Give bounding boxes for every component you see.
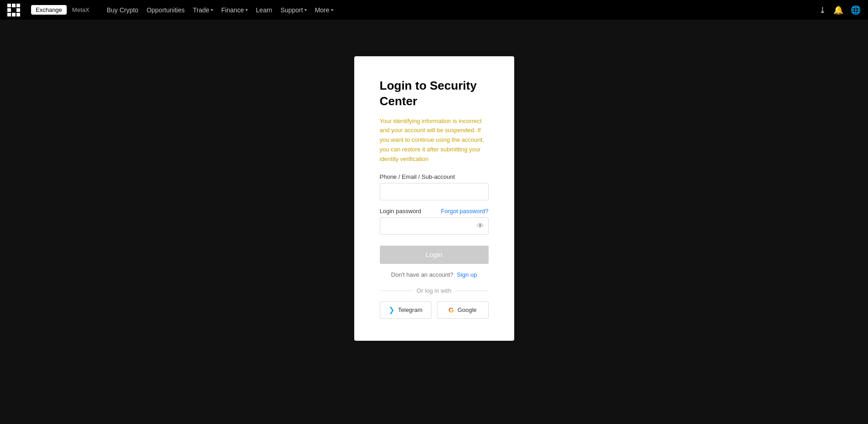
trade-chevron: ▾ <box>211 7 213 12</box>
svg-rect-7 <box>16 13 20 16</box>
login-title: Login to Security Center <box>380 78 489 109</box>
warning-message: Your identifying information is incorrec… <box>380 117 489 164</box>
svg-rect-4 <box>16 8 20 12</box>
login-button[interactable]: Login <box>380 246 489 264</box>
support-chevron: ▾ <box>304 7 307 12</box>
tab-exchange[interactable]: Exchange <box>31 5 67 15</box>
password-label-row: Login password Forgot password? <box>380 208 489 215</box>
nav-trade[interactable]: Trade ▾ <box>193 6 213 14</box>
main-content: Login to Security Center Your identifyin… <box>0 20 868 377</box>
telegram-icon: ❯ <box>389 306 394 314</box>
more-chevron: ▾ <box>331 7 333 12</box>
toggle-password-icon[interactable]: 👁 <box>477 222 484 230</box>
svg-rect-3 <box>7 8 11 12</box>
svg-rect-0 <box>7 4 11 7</box>
nav-tabs: Exchange MetaX <box>31 5 94 15</box>
nav-finance[interactable]: Finance ▾ <box>221 6 248 14</box>
svg-rect-1 <box>12 4 16 7</box>
phone-email-input[interactable] <box>380 183 489 200</box>
phone-label: Phone / Email / Sub-account <box>380 173 489 180</box>
okx-logo[interactable] <box>7 4 26 16</box>
nav-buy-crypto[interactable]: Buy Crypto <box>107 6 138 14</box>
google-button[interactable]: G Google <box>437 301 489 319</box>
telegram-label: Telegram <box>398 306 422 313</box>
svg-rect-5 <box>7 13 11 16</box>
google-label: Google <box>458 306 477 313</box>
navbar: Exchange MetaX Buy Crypto Opportunities … <box>0 0 868 20</box>
notification-icon[interactable]: 🔔 <box>833 5 843 15</box>
nav-support[interactable]: Support ▾ <box>281 6 307 14</box>
social-buttons: ❯ Telegram G Google <box>380 301 489 319</box>
divider-left <box>380 290 412 291</box>
password-wrapper: 👁 <box>380 217 489 235</box>
password-label: Login password <box>380 208 421 215</box>
nav-opportunities[interactable]: Opportunities <box>147 6 185 14</box>
no-account-text: Don't have an account? <box>391 271 453 278</box>
nav-more[interactable]: More ▾ <box>315 6 333 14</box>
divider-right <box>456 290 488 291</box>
finance-chevron: ▾ <box>245 7 248 12</box>
login-card: Login to Security Center Your identifyin… <box>354 56 514 341</box>
divider-row: Or log in with <box>380 287 489 294</box>
tab-metax[interactable]: MetaX <box>68 5 94 15</box>
forgot-password-link[interactable]: Forgot password? <box>441 208 488 215</box>
signup-row: Don't have an account? Sign up <box>380 271 489 278</box>
or-login-with-text: Or log in with <box>417 287 452 294</box>
nav-learn[interactable]: Learn <box>256 6 272 14</box>
google-icon: G <box>448 306 454 314</box>
telegram-button[interactable]: ❯ Telegram <box>380 301 431 319</box>
password-input[interactable] <box>380 217 489 235</box>
nav-links: Buy Crypto Opportunities Trade ▾ Finance… <box>107 6 817 14</box>
signup-link[interactable]: Sign up <box>457 271 477 278</box>
download-icon[interactable]: ⤓ <box>819 5 826 15</box>
svg-rect-6 <box>12 13 16 16</box>
globe-icon[interactable]: 🌐 <box>851 5 861 15</box>
svg-rect-2 <box>16 4 20 7</box>
nav-right-icons: ⤓ 🔔 🌐 <box>819 5 861 15</box>
